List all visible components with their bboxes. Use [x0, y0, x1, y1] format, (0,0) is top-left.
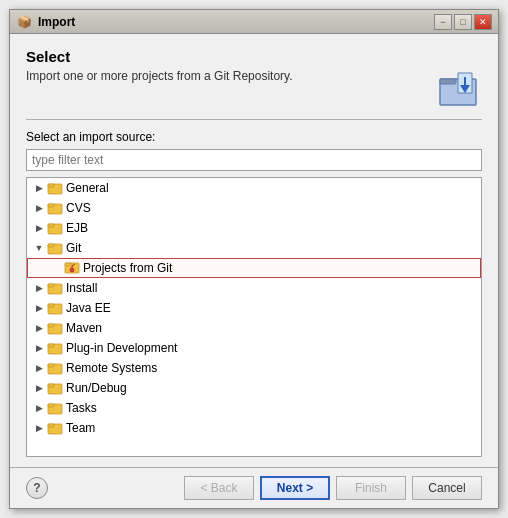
folder-icon-plugin — [47, 340, 63, 356]
tree-item-maven[interactable]: Maven — [27, 318, 481, 338]
tree-item-javaee[interactable]: Java EE — [27, 298, 481, 318]
arrow-maven — [31, 320, 47, 336]
label-team: Team — [66, 421, 95, 435]
divider — [26, 119, 482, 120]
tree-item-git[interactable]: Git — [27, 238, 481, 258]
label-tasks: Tasks — [66, 401, 97, 415]
close-button[interactable]: ✕ — [474, 14, 492, 30]
svg-rect-25 — [48, 344, 54, 347]
label-plugin: Plug-in Development — [66, 341, 177, 355]
folder-icon-team — [47, 420, 63, 436]
description-text: Import one or more projects from a Git R… — [26, 69, 424, 83]
label-cvs: CVS — [66, 201, 91, 215]
tree-item-remote[interactable]: Remote Systems — [27, 358, 481, 378]
arrow-install — [31, 280, 47, 296]
finish-button[interactable]: Finish — [336, 476, 406, 500]
svg-rect-27 — [48, 364, 54, 367]
arrow-general — [31, 180, 47, 196]
svg-rect-23 — [48, 324, 54, 327]
svg-rect-14 — [65, 263, 71, 266]
window-controls: − □ ✕ — [434, 14, 492, 30]
arrow-ejb — [31, 220, 47, 236]
cancel-button[interactable]: Cancel — [412, 476, 482, 500]
svg-rect-10 — [48, 224, 54, 227]
label-remote: Remote Systems — [66, 361, 157, 375]
svg-rect-12 — [48, 244, 54, 247]
folder-icon-cvs — [47, 200, 63, 216]
label-maven: Maven — [66, 321, 102, 335]
svg-rect-6 — [48, 184, 54, 187]
folder-icon-tasks — [47, 400, 63, 416]
filter-input[interactable] — [26, 149, 482, 171]
svg-rect-31 — [48, 404, 54, 407]
content-area: Select Import one or more projects from … — [10, 34, 498, 467]
window-title: Import — [38, 15, 434, 29]
label-git: Git — [66, 241, 81, 255]
tree-item-ejb[interactable]: EJB — [27, 218, 481, 238]
folder-icon-git — [47, 240, 63, 256]
svg-rect-19 — [48, 284, 54, 287]
arrow-cvs — [31, 200, 47, 216]
svg-rect-21 — [48, 304, 54, 307]
help-button[interactable]: ? — [26, 477, 48, 499]
section-title: Select — [26, 48, 482, 65]
arrow-rundebug — [31, 380, 47, 396]
import-dialog: 📦 Import − □ ✕ Select Import one or more… — [9, 9, 499, 509]
folder-icon-remote — [47, 360, 63, 376]
minimize-button[interactable]: − — [434, 14, 452, 30]
arrow-javaee — [31, 300, 47, 316]
folder-icon-ejb — [47, 220, 63, 236]
source-label: Select an import source: — [26, 130, 482, 144]
tree-item-cvs[interactable]: CVS — [27, 198, 481, 218]
svg-rect-33 — [48, 424, 54, 427]
folder-icon-rundebug — [47, 380, 63, 396]
maximize-button[interactable]: □ — [454, 14, 472, 30]
tree-item-team[interactable]: Team — [27, 418, 481, 438]
title-bar: 📦 Import − □ ✕ — [10, 10, 498, 34]
import-icon — [434, 69, 482, 109]
window-icon: 📦 — [16, 14, 32, 30]
label-projects-from-git: Projects from Git — [83, 261, 172, 275]
bottom-bar: ? < Back Next > Finish Cancel — [10, 467, 498, 508]
arrow-remote — [31, 360, 47, 376]
arrow-team — [31, 420, 47, 436]
back-button[interactable]: < Back — [184, 476, 254, 500]
svg-point-15 — [70, 268, 74, 272]
svg-rect-29 — [48, 384, 54, 387]
label-ejb: EJB — [66, 221, 88, 235]
tree-item-install[interactable]: Install — [27, 278, 481, 298]
tree-item-projects-from-git[interactable]: Projects from Git — [27, 258, 481, 278]
arrow-tasks — [31, 400, 47, 416]
tree-container[interactable]: General CVS EJB — [26, 177, 482, 457]
label-javaee: Java EE — [66, 301, 111, 315]
folder-icon-maven — [47, 320, 63, 336]
arrow-plugin — [31, 340, 47, 356]
folder-icon-javaee — [47, 300, 63, 316]
folder-icon-general — [47, 180, 63, 196]
tree-item-general[interactable]: General — [27, 178, 481, 198]
svg-rect-8 — [48, 204, 54, 207]
svg-rect-1 — [440, 79, 456, 84]
arrow-git — [31, 240, 47, 256]
label-install: Install — [66, 281, 97, 295]
git-project-icon — [64, 260, 80, 276]
label-general: General — [66, 181, 109, 195]
folder-icon-install — [47, 280, 63, 296]
tree-item-rundebug[interactable]: Run/Debug — [27, 378, 481, 398]
tree-item-plugin[interactable]: Plug-in Development — [27, 338, 481, 358]
section-description: Import one or more projects from a Git R… — [26, 69, 482, 109]
next-button[interactable]: Next > — [260, 476, 330, 500]
label-rundebug: Run/Debug — [66, 381, 127, 395]
tree-item-tasks[interactable]: Tasks — [27, 398, 481, 418]
